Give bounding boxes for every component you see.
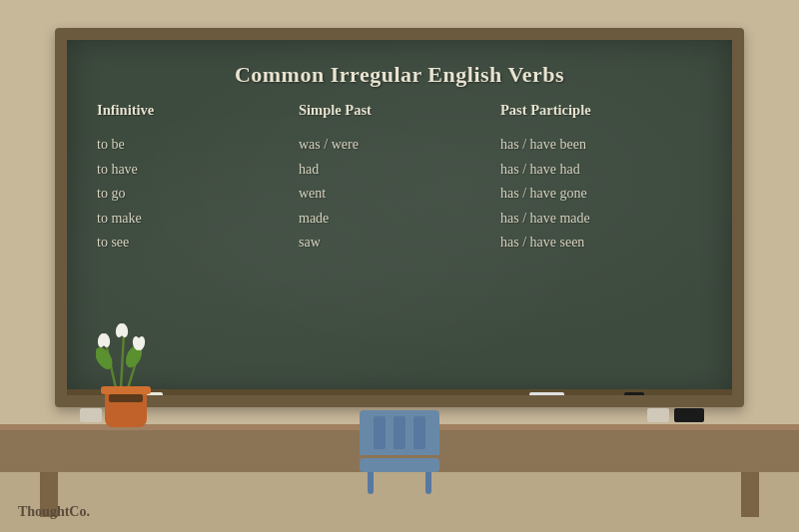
board-title: Common Irregular English Verbs [67,40,732,102]
col-items-infinitive: to be to have to go to make to see [97,133,299,256]
plant-pot [105,392,147,427]
chalk-tray [55,389,744,399]
item-has-have-made: has / have made [500,207,702,232]
chair-leg [425,472,431,494]
desk-eraser [674,408,704,422]
column-infinitive: Infinitive to be to have to go to make t… [97,102,299,256]
chair-back [360,410,439,455]
col-header-past-participle: Past Participle [500,102,702,119]
chalk-piece [529,392,564,397]
thoughtco-logo: ThoughtCo. [18,504,90,520]
item-has-have-seen: has / have seen [500,231,702,256]
column-simple-past: Simple Past was / were had went made saw [299,102,500,256]
item-has-have-gone: has / have gone [500,182,702,207]
col-header-infinitive: Infinitive [97,102,299,119]
item-went: went [299,182,500,207]
item-to-have: to have [97,158,299,183]
chalkboard: Common Irregular English Verbs Infinitiv… [55,28,744,407]
item-to-see: to see [97,231,299,256]
column-past-participle: Past Participle has / have been has / ha… [500,102,702,256]
item-made: made [299,207,500,232]
chair [360,458,439,472]
chair-seat [360,458,439,472]
item-to-make: to make [97,207,299,232]
col-items-past-participle: has / have been has / have had has / hav… [500,133,702,256]
chair-slat [374,416,386,449]
plant-svg [96,318,156,388]
desk-leg-right [741,469,759,517]
pot-soil [109,394,143,402]
board-content: Infinitive to be to have to go to make t… [67,102,732,256]
item-was-were: was / were [299,133,500,158]
item-has-have-had: has / have had [500,158,702,183]
desk-legs [0,467,799,517]
item-to-go: to go [97,182,299,207]
chair-leg [368,472,374,494]
desk-chalk-left [80,408,102,422]
scene: Common Irregular English Verbs Infinitiv… [0,0,799,532]
col-items-simple-past: was / were had went made saw [299,133,500,256]
item-to-be: to be [97,133,299,158]
plant-stems [96,318,156,392]
item-has-have-been: has / have been [500,133,702,158]
item-had: had [299,158,500,183]
col-header-simple-past: Simple Past [299,102,500,119]
chair-slat [394,416,405,449]
desk-chalk-right [647,408,669,422]
item-saw: saw [299,231,500,256]
chair-slat [413,416,425,449]
svg-line-1 [121,333,124,388]
plant [105,392,147,427]
eraser-piece [624,392,644,397]
